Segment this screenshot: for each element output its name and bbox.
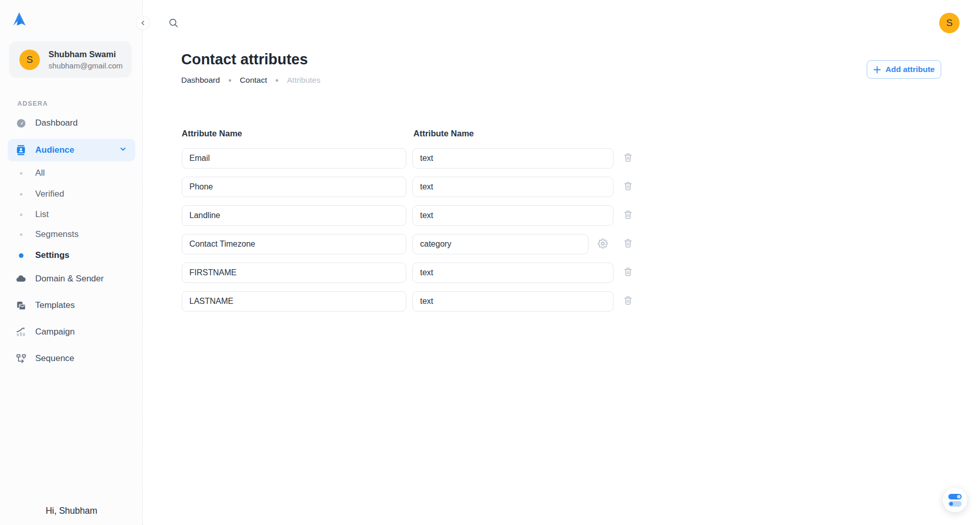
add-attribute-button[interactable]: Add attribute [867, 60, 941, 79]
breadcrumb: Dashboard Contact Attributes [181, 76, 321, 85]
attribute-type-input[interactable] [412, 148, 614, 169]
attribute-row [0, 234, 980, 254]
add-attribute-label: Add attribute [886, 65, 935, 74]
attribute-row [0, 291, 980, 312]
attribute-name-input[interactable] [182, 234, 406, 254]
attribute-type-input[interactable] [412, 291, 614, 312]
attribute-row [0, 148, 980, 169]
breadcrumb-separator-icon [276, 79, 278, 82]
attribute-name-input[interactable] [182, 205, 406, 226]
sidebar-item-sequence[interactable]: Sequence [8, 347, 135, 370]
user-name: Shubham Swami [48, 50, 122, 59]
sidebar-item-label: Dashboard [35, 118, 78, 128]
user-avatar: S [19, 50, 40, 70]
search-icon [168, 17, 179, 29]
avatar-initial: S [939, 13, 960, 33]
delete-attribute-button[interactable] [622, 181, 634, 193]
delete-attribute-button[interactable] [622, 267, 634, 279]
app-logo-icon [10, 10, 29, 29]
toggle-off-icon [948, 501, 962, 507]
attribute-name-input[interactable] [182, 148, 406, 169]
sidebar-item-label: Sequence [35, 353, 75, 364]
sidebar-section-label: ADSERA [17, 100, 48, 107]
dashboard-gauge-icon [15, 118, 27, 129]
breadcrumb-dashboard[interactable]: Dashboard [181, 76, 220, 85]
attribute-name-input[interactable] [182, 291, 406, 312]
attribute-type-input[interactable] [412, 205, 614, 226]
attribute-name-input[interactable] [182, 262, 406, 283]
user-profile-card[interactable]: S Shubham Swami shubham@gmail.com [9, 41, 132, 78]
sidebar-item-label: Campaign [35, 327, 75, 337]
campaign-chart-icon [15, 326, 27, 338]
gear-icon [597, 238, 608, 249]
breadcrumb-attributes: Attributes [287, 76, 320, 85]
trash-icon [623, 209, 633, 220]
floating-settings-widget-button[interactable] [943, 488, 967, 512]
sidebar-item-dashboard[interactable]: Dashboard [8, 112, 135, 134]
trash-icon [623, 152, 633, 163]
trash-icon [623, 295, 633, 306]
delete-attribute-button[interactable] [622, 209, 634, 222]
sidebar-illustration [0, 409, 143, 521]
attribute-row [0, 177, 980, 197]
attribute-row [0, 205, 980, 226]
sidebar-collapse-button[interactable] [136, 16, 150, 30]
topbar-avatar[interactable]: S [939, 13, 960, 33]
column-header-attribute-name: Attribute Name [182, 129, 242, 138]
delete-attribute-button[interactable] [622, 152, 634, 164]
attribute-settings-button[interactable] [597, 238, 609, 250]
column-header-attribute-type: Attribute Name [413, 129, 474, 138]
trash-icon [623, 267, 633, 277]
delete-attribute-button[interactable] [622, 295, 634, 307]
sidebar-item-campaign[interactable]: Campaign [8, 321, 135, 343]
attribute-type-input[interactable] [412, 177, 614, 197]
user-email: shubham@gmail.com [48, 61, 122, 70]
page-title: Contact attributes [181, 51, 308, 68]
attribute-row [0, 262, 980, 283]
trash-icon [623, 181, 633, 192]
user-info: Shubham Swami shubham@gmail.com [48, 50, 122, 70]
trash-icon [623, 238, 633, 249]
delete-attribute-button[interactable] [622, 238, 634, 250]
sequence-flow-icon [15, 353, 27, 364]
attribute-name-input[interactable] [182, 177, 406, 197]
sidebar-greeting: Hi, Shubham [0, 506, 143, 516]
attribute-type-input[interactable] [412, 234, 589, 254]
breadcrumb-contact[interactable]: Contact [240, 76, 267, 85]
search-button[interactable] [167, 17, 180, 30]
toggle-on-icon [948, 494, 962, 499]
breadcrumb-separator-icon [229, 79, 231, 82]
plus-icon [873, 66, 881, 74]
bullet-icon [15, 172, 27, 175]
attribute-type-input[interactable] [412, 262, 614, 283]
chevron-left-icon [140, 20, 146, 26]
